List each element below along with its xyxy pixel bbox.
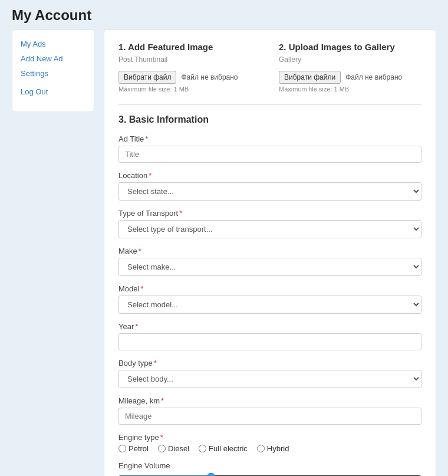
year-group: Year* 2019 — [118, 322, 421, 350]
engine-type-full-electric[interactable]: Full electric — [199, 444, 248, 453]
featured-image-upload-button[interactable]: Вибрати файл — [118, 71, 176, 84]
engine-type-label: Engine type* — [118, 433, 421, 442]
location-select[interactable]: Select state... — [118, 182, 421, 201]
engine-volume-group: Engine Volume — [118, 461, 421, 476]
sidebar-item-settings[interactable]: Settings — [21, 69, 85, 78]
gallery-upload-section: 2. Upload Images to Gallery Gallery Вибр… — [279, 42, 421, 93]
make-label: Make* — [118, 247, 421, 255]
ad-title-input[interactable] — [118, 146, 421, 163]
model-select[interactable]: Select model... — [118, 296, 421, 314]
featured-image-file-text: Файл не вибрано — [181, 73, 238, 81]
make-group: Make* Select make... — [118, 247, 421, 276]
transport-type-label: Type of Transport* — [118, 209, 421, 218]
model-label: Model* — [118, 284, 421, 293]
gallery-subtitle: Gallery — [279, 55, 421, 64]
engine-type-group: Engine type* Petrol Diesel Full electric — [118, 433, 421, 453]
year-label: Year* — [118, 322, 421, 331]
body-type-select[interactable]: Select body... — [118, 370, 421, 388]
sidebar: My Ads Add New Ad Settings Log Out — [12, 29, 94, 112]
transport-type-select[interactable]: Select type of transport... — [118, 220, 421, 238]
logout-link[interactable]: Log Out — [21, 87, 85, 96]
gallery-file-text: Файл не вибрано — [345, 73, 402, 81]
gallery-title: 2. Upload Images to Gallery — [279, 42, 421, 52]
ad-title-group: Ad Title* — [118, 134, 421, 163]
sidebar-item-add-new-ad[interactable]: Add New Ad — [21, 54, 85, 63]
content-panel: 1. Add Featured Image Post Thumbnail Виб… — [104, 29, 436, 476]
ad-title-label: Ad Title* — [118, 134, 421, 143]
mileage-group: Mileage, km* — [118, 396, 421, 425]
mileage-input[interactable] — [118, 408, 421, 425]
body-type-group: Body type* Select body... — [118, 359, 421, 388]
engine-volume-slider[interactable] — [118, 472, 421, 476]
make-select[interactable]: Select make... — [118, 258, 421, 276]
engine-type-radio-group: Petrol Diesel Full electric Hybrid — [118, 444, 421, 453]
location-group: Location* Select state... — [118, 171, 421, 201]
basic-info-title: 3. Basic Information — [118, 114, 421, 125]
sidebar-item-my-ads[interactable]: My Ads — [21, 40, 85, 48]
body-type-label: Body type* — [118, 359, 421, 367]
engine-type-diesel[interactable]: Diesel — [158, 444, 189, 453]
model-group: Model* Select model... — [118, 284, 421, 314]
transport-type-group: Type of Transport* Select type of transp… — [118, 209, 421, 238]
year-input[interactable]: 2019 — [118, 333, 421, 350]
engine-volume-slider-wrapper — [118, 472, 421, 476]
gallery-max-size: Maximum file size: 1 MB — [279, 86, 421, 93]
location-label: Location* — [118, 171, 421, 180]
engine-type-petrol[interactable]: Petrol — [118, 444, 149, 453]
featured-image-max-size: Maximum file size: 1 MB — [118, 86, 261, 93]
mileage-label: Mileage, km* — [118, 396, 421, 405]
page-title: My Account — [0, 0, 448, 29]
featured-image-section: 1. Add Featured Image Post Thumbnail Виб… — [118, 42, 261, 93]
featured-image-title: 1. Add Featured Image — [118, 42, 261, 52]
gallery-upload-button[interactable]: Вибрати файли — [279, 71, 341, 84]
engine-type-hybrid[interactable]: Hybrid — [257, 444, 289, 453]
engine-volume-label: Engine Volume — [118, 461, 421, 470]
featured-image-subtitle: Post Thumbnail — [118, 55, 261, 64]
